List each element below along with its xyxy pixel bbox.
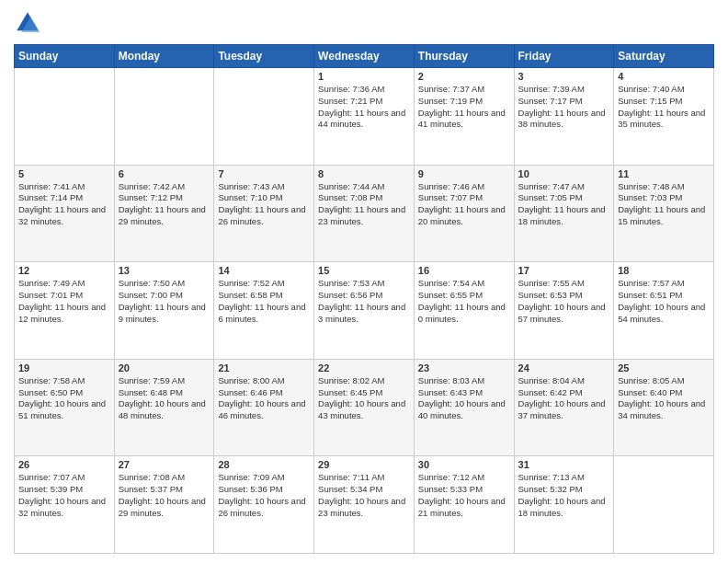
- day-number: 30: [418, 459, 510, 470]
- cell-content: Sunrise: 7:08 AM Sunset: 5:37 PM Dayligh…: [119, 472, 210, 519]
- logo-icon: [14, 9, 41, 37]
- cell-content: Sunrise: 7:42 AM Sunset: 7:12 PM Dayligh…: [119, 181, 210, 228]
- day-number: 8: [318, 168, 410, 179]
- calendar-cell: 1Sunrise: 7:36 AM Sunset: 7:21 PM Daylig…: [314, 68, 415, 166]
- calendar-cell: 12Sunrise: 7:49 AM Sunset: 7:01 PM Dayli…: [15, 262, 115, 360]
- day-number: 18: [618, 265, 710, 276]
- calendar-cell: 8Sunrise: 7:44 AM Sunset: 7:08 PM Daylig…: [314, 165, 415, 262]
- day-number: 22: [318, 362, 410, 373]
- calendar-cell: 5Sunrise: 7:41 AM Sunset: 7:14 PM Daylig…: [15, 165, 115, 262]
- col-header-monday: Monday: [114, 45, 214, 68]
- day-number: 20: [119, 362, 210, 373]
- calendar-cell: 3Sunrise: 7:39 AM Sunset: 7:17 PM Daylig…: [514, 68, 614, 166]
- cell-content: Sunrise: 7:46 AM Sunset: 7:07 PM Dayligh…: [418, 181, 510, 228]
- calendar-cell: 4Sunrise: 7:40 AM Sunset: 7:15 PM Daylig…: [614, 68, 714, 166]
- day-number: 7: [218, 168, 310, 179]
- cell-content: Sunrise: 8:03 AM Sunset: 6:43 PM Dayligh…: [418, 375, 510, 422]
- day-number: 6: [119, 168, 210, 179]
- week-row-5: 26Sunrise: 7:07 AM Sunset: 5:39 PM Dayli…: [15, 456, 714, 554]
- logo: [14, 9, 45, 37]
- calendar-cell: 28Sunrise: 7:09 AM Sunset: 5:36 PM Dayli…: [214, 456, 314, 554]
- cell-content: Sunrise: 7:55 AM Sunset: 6:53 PM Dayligh…: [518, 278, 610, 325]
- calendar-cell: 26Sunrise: 7:07 AM Sunset: 5:39 PM Dayli…: [15, 456, 115, 554]
- day-number: 24: [518, 362, 610, 373]
- cell-content: Sunrise: 7:57 AM Sunset: 6:51 PM Dayligh…: [618, 278, 710, 325]
- day-number: 13: [119, 265, 210, 276]
- col-header-wednesday: Wednesday: [314, 45, 415, 68]
- cell-content: Sunrise: 7:11 AM Sunset: 5:34 PM Dayligh…: [318, 472, 410, 519]
- calendar-cell: 19Sunrise: 7:58 AM Sunset: 6:50 PM Dayli…: [15, 359, 115, 456]
- cell-content: Sunrise: 7:09 AM Sunset: 5:36 PM Dayligh…: [218, 472, 310, 519]
- cell-content: Sunrise: 7:44 AM Sunset: 7:08 PM Dayligh…: [318, 181, 410, 228]
- cell-content: Sunrise: 7:41 AM Sunset: 7:14 PM Dayligh…: [18, 181, 110, 228]
- header: [14, 9, 714, 37]
- calendar-cell: 16Sunrise: 7:54 AM Sunset: 6:55 PM Dayli…: [414, 262, 514, 360]
- week-row-3: 12Sunrise: 7:49 AM Sunset: 7:01 PM Dayli…: [15, 262, 714, 360]
- day-number: 16: [418, 265, 510, 276]
- cell-content: Sunrise: 7:58 AM Sunset: 6:50 PM Dayligh…: [18, 375, 110, 422]
- cell-content: Sunrise: 8:02 AM Sunset: 6:45 PM Dayligh…: [318, 375, 410, 422]
- col-header-thursday: Thursday: [414, 45, 514, 68]
- day-number: 25: [618, 362, 710, 373]
- calendar-cell: 15Sunrise: 7:53 AM Sunset: 6:56 PM Dayli…: [314, 262, 415, 360]
- day-number: 28: [218, 459, 310, 470]
- col-header-sunday: Sunday: [15, 45, 115, 68]
- calendar-cell: 30Sunrise: 7:12 AM Sunset: 5:33 PM Dayli…: [414, 456, 514, 554]
- calendar-cell: 25Sunrise: 8:05 AM Sunset: 6:40 PM Dayli…: [614, 359, 714, 456]
- calendar-cell: 2Sunrise: 7:37 AM Sunset: 7:19 PM Daylig…: [414, 68, 514, 166]
- page: SundayMondayTuesdayWednesdayThursdayFrid…: [0, 0, 728, 563]
- calendar-cell: 10Sunrise: 7:47 AM Sunset: 7:05 PM Dayli…: [514, 165, 614, 262]
- cell-content: Sunrise: 7:53 AM Sunset: 6:56 PM Dayligh…: [318, 278, 410, 325]
- cell-content: Sunrise: 7:13 AM Sunset: 5:32 PM Dayligh…: [518, 472, 610, 519]
- calendar-cell: 24Sunrise: 8:04 AM Sunset: 6:42 PM Dayli…: [514, 359, 614, 456]
- day-number: 17: [518, 265, 610, 276]
- calendar-cell: 14Sunrise: 7:52 AM Sunset: 6:58 PM Dayli…: [214, 262, 314, 360]
- cell-content: Sunrise: 8:05 AM Sunset: 6:40 PM Dayligh…: [618, 375, 710, 422]
- cell-content: Sunrise: 7:37 AM Sunset: 7:19 PM Dayligh…: [418, 84, 510, 131]
- cell-content: Sunrise: 7:40 AM Sunset: 7:15 PM Dayligh…: [618, 84, 710, 131]
- calendar-cell: 31Sunrise: 7:13 AM Sunset: 5:32 PM Dayli…: [514, 456, 614, 554]
- day-number: 1: [318, 71, 410, 82]
- week-row-2: 5Sunrise: 7:41 AM Sunset: 7:14 PM Daylig…: [15, 165, 714, 262]
- calendar-cell: 22Sunrise: 8:02 AM Sunset: 6:45 PM Dayli…: [314, 359, 415, 456]
- day-number: 27: [119, 459, 210, 470]
- calendar-cell: 11Sunrise: 7:48 AM Sunset: 7:03 PM Dayli…: [614, 165, 714, 262]
- cell-content: Sunrise: 8:04 AM Sunset: 6:42 PM Dayligh…: [518, 375, 610, 422]
- cell-content: Sunrise: 7:07 AM Sunset: 5:39 PM Dayligh…: [18, 472, 110, 519]
- cell-content: Sunrise: 7:47 AM Sunset: 7:05 PM Dayligh…: [518, 181, 610, 228]
- day-number: 29: [318, 459, 410, 470]
- calendar-cell: [614, 456, 714, 554]
- cell-content: Sunrise: 8:00 AM Sunset: 6:46 PM Dayligh…: [218, 375, 310, 422]
- cell-content: Sunrise: 7:36 AM Sunset: 7:21 PM Dayligh…: [318, 84, 410, 131]
- day-number: 31: [518, 459, 610, 470]
- day-number: 12: [18, 265, 110, 276]
- cell-content: Sunrise: 7:49 AM Sunset: 7:01 PM Dayligh…: [18, 278, 110, 325]
- calendar-cell: 18Sunrise: 7:57 AM Sunset: 6:51 PM Dayli…: [614, 262, 714, 360]
- cell-content: Sunrise: 7:50 AM Sunset: 7:00 PM Dayligh…: [119, 278, 210, 325]
- calendar-cell: [214, 68, 314, 166]
- calendar-cell: [114, 68, 214, 166]
- calendar-cell: 6Sunrise: 7:42 AM Sunset: 7:12 PM Daylig…: [114, 165, 214, 262]
- day-number: 10: [518, 168, 610, 179]
- cell-content: Sunrise: 7:52 AM Sunset: 6:58 PM Dayligh…: [218, 278, 310, 325]
- day-number: 23: [418, 362, 510, 373]
- cell-content: Sunrise: 7:54 AM Sunset: 6:55 PM Dayligh…: [418, 278, 510, 325]
- col-header-friday: Friday: [514, 45, 614, 68]
- week-row-4: 19Sunrise: 7:58 AM Sunset: 6:50 PM Dayli…: [15, 359, 714, 456]
- day-number: 15: [318, 265, 410, 276]
- day-number: 9: [418, 168, 510, 179]
- calendar-cell: 23Sunrise: 8:03 AM Sunset: 6:43 PM Dayli…: [414, 359, 514, 456]
- calendar-cell: 13Sunrise: 7:50 AM Sunset: 7:00 PM Dayli…: [114, 262, 214, 360]
- day-number: 4: [618, 71, 710, 82]
- week-row-1: 1Sunrise: 7:36 AM Sunset: 7:21 PM Daylig…: [15, 68, 714, 166]
- calendar-table: SundayMondayTuesdayWednesdayThursdayFrid…: [14, 44, 714, 554]
- day-number: 11: [618, 168, 710, 179]
- calendar-cell: 17Sunrise: 7:55 AM Sunset: 6:53 PM Dayli…: [514, 262, 614, 360]
- calendar-cell: [15, 68, 115, 166]
- cell-content: Sunrise: 7:12 AM Sunset: 5:33 PM Dayligh…: [418, 472, 510, 519]
- calendar-cell: 20Sunrise: 7:59 AM Sunset: 6:48 PM Dayli…: [114, 359, 214, 456]
- cell-content: Sunrise: 7:48 AM Sunset: 7:03 PM Dayligh…: [618, 181, 710, 228]
- calendar-cell: 7Sunrise: 7:43 AM Sunset: 7:10 PM Daylig…: [214, 165, 314, 262]
- cell-content: Sunrise: 7:43 AM Sunset: 7:10 PM Dayligh…: [218, 181, 310, 228]
- day-number: 19: [18, 362, 110, 373]
